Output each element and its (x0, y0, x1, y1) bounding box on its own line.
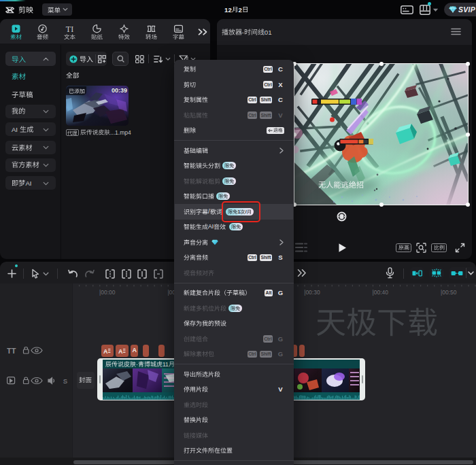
svg-text:TT: TT (7, 347, 16, 355)
svg-text:S: S (63, 377, 67, 385)
svg-text:A: A (118, 348, 123, 355)
svg-text:TI: TI (66, 24, 73, 33)
svg-text:A: A (103, 348, 108, 355)
